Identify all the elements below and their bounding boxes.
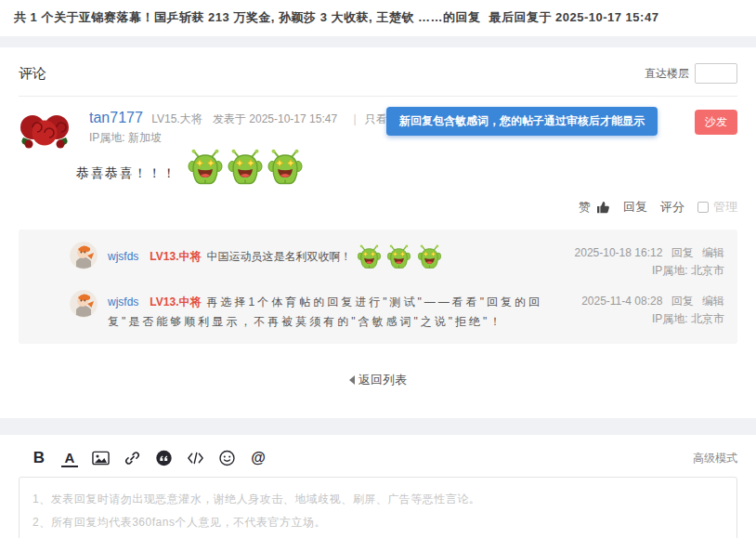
- like-link[interactable]: 赞: [579, 199, 591, 216]
- reply-body: wjsfdsLV13.中将中国运动员这是名利双收啊！: [108, 242, 554, 280]
- link-icon: [124, 450, 141, 466]
- reply-meta: 2025-10-18 16:12 回复 编辑 IP属地: 北京市: [565, 242, 724, 280]
- editor-notice-line: 1、发表回复时请勿出现恶意灌水，谢绝人身攻击、地域歧视、刷屏、广告等恶性言论。: [33, 488, 723, 511]
- quote-button[interactable]: [155, 449, 173, 467]
- reply-user-level: LV13.中将: [150, 250, 201, 263]
- left-triangle-icon: [349, 375, 355, 385]
- cartoon-avatar-image: [70, 290, 98, 318]
- bold-button[interactable]: B: [31, 449, 47, 467]
- last-reply-time: 最后回复于 2025-10-17 15:47: [489, 10, 658, 24]
- post-actions: 赞 回复 评分 管理: [579, 199, 737, 216]
- username-link[interactable]: tan7177: [89, 110, 143, 125]
- editor-notice-line: 2、所有回复均代表360fans个人意见，不代表官方立场。: [33, 511, 723, 534]
- replies-panel: wjsfdsLV13.中将中国运动员这是名利双收啊！ 2025-10-18 16…: [19, 230, 737, 344]
- celebrate-emoji-icon: [187, 149, 224, 186]
- reply-meta: 2025-11-4 08:28 回复 编辑 IP属地: 北京市: [565, 290, 724, 332]
- reply-avatar[interactable]: [70, 290, 98, 318]
- sensitive-word-notice: 新回复包含敏感词，您的帖子通过审核后才能显示: [386, 107, 658, 136]
- post-time: 发表于 2025-10-17 15:47: [213, 112, 337, 125]
- comment-text: 恭喜恭喜！！！: [76, 165, 177, 186]
- reply-avatar[interactable]: [70, 242, 98, 269]
- reply-edit-link[interactable]: 编辑: [702, 246, 724, 259]
- post-content: 恭喜恭喜！！！: [76, 149, 306, 186]
- post-ip-location: IP属地: 新加坡: [89, 130, 162, 146]
- back-to-list-link[interactable]: 返回列表: [349, 372, 407, 388]
- reply-text: 中国运动员这是名利双收啊！: [206, 250, 351, 263]
- comments-header: 评论 直达楼层: [19, 47, 737, 97]
- manage-checkbox[interactable]: [697, 202, 709, 213]
- reply-ip-location: IP属地: 北京市: [565, 262, 724, 280]
- reply-time: 2025-11-4 08:28: [581, 295, 662, 308]
- thread-summary-bar: 共 1 个关于亚锦赛落幕！国乒斩获 213 万奖金, 孙颖莎 3 大收获, 王楚…: [0, 0, 756, 36]
- code-icon: [187, 450, 204, 466]
- jump-to-floor-label: 直达楼层: [645, 66, 689, 82]
- font-color-button[interactable]: A: [61, 449, 78, 467]
- main-comment: tan7177 LV15.大将 发表于 2025-10-17 15:47 | 只…: [19, 104, 737, 220]
- user-avatar[interactable]: [19, 110, 71, 154]
- emoticon-button[interactable]: [218, 449, 236, 467]
- mention-button[interactable]: @: [250, 449, 267, 467]
- back-row: 返回列表: [19, 344, 737, 418]
- reply-link[interactable]: 回复: [623, 199, 647, 216]
- reply-reply-link[interactable]: 回复: [671, 246, 694, 259]
- user-level: LV15.大将: [151, 112, 202, 125]
- image-icon: [92, 450, 110, 466]
- reply-row: wjsfdsLV13.中将再选择1个体育帖的回复进行"测试"——看看"回复的回复…: [70, 290, 724, 332]
- rate-link[interactable]: 评分: [660, 199, 684, 216]
- celebrate-emoji-icon: [267, 149, 304, 186]
- jump-to-floor-input[interactable]: [695, 63, 737, 84]
- separator: |: [353, 112, 356, 125]
- reply-ip-location: IP属地: 北京市: [565, 310, 724, 328]
- reply-user-level: LV13.中将: [150, 295, 201, 308]
- reply-row: wjsfdsLV13.中将中国运动员这是名利双收啊！ 2025-10-18 16…: [70, 242, 724, 280]
- reply-username-link[interactable]: wjsfds: [108, 295, 138, 308]
- insert-image-button[interactable]: [92, 449, 110, 467]
- celebrate-emoji-icon: [417, 244, 442, 269]
- thumbs-up-icon[interactable]: [595, 200, 610, 215]
- editor-toolbar: B A @ 高级模式: [19, 446, 737, 469]
- smiley-icon: [218, 450, 236, 466]
- comments-card: 评论 直达楼层 tan7177 LV15.大将 发表于 2025-10-17 1…: [0, 47, 756, 418]
- reply-body: wjsfdsLV13.中将再选择1个体育帖的回复进行"测试"——看看"回复的回复…: [108, 290, 554, 332]
- celebrate-emoji-icon: [227, 149, 264, 186]
- back-to-list-label: 返回列表: [358, 372, 407, 388]
- reply-editor-card: B A @ 高级模式 1、发表回复时请勿出现恶意灌水，谢绝人身攻击、地域歧视、刷…: [0, 435, 756, 538]
- celebrate-emoji-icon: [357, 244, 382, 269]
- reply-username-link[interactable]: wjsfds: [108, 250, 138, 263]
- roses-avatar-image: [19, 110, 71, 154]
- celebrate-emoji-icon: [386, 244, 411, 269]
- insert-link-button[interactable]: [124, 449, 141, 467]
- cartoon-avatar-image: [70, 242, 98, 269]
- reply-time: 2025-10-18 16:12: [575, 246, 663, 259]
- advanced-mode-link[interactable]: 高级模式: [693, 451, 737, 466]
- reply-edit-link[interactable]: 编辑: [702, 295, 724, 308]
- thread-summary-text: 共 1 个关于亚锦赛落幕！国乒斩获 213 万奖金, 孙颖莎 3 大收获, 王楚…: [14, 10, 480, 24]
- code-button[interactable]: [187, 449, 204, 467]
- reply-reply-link[interactable]: 回复: [671, 295, 694, 308]
- comments-title: 评论: [19, 65, 46, 83]
- manage-label: 管理: [713, 199, 737, 216]
- quote-icon: [155, 450, 173, 466]
- floor-badge: 沙发: [695, 110, 737, 135]
- reply-textarea[interactable]: 1、发表回复时请勿出现恶意灌水，谢绝人身攻击、地域歧视、刷屏、广告等恶性言论。 …: [19, 477, 737, 538]
- jump-to-floor: 直达楼层: [645, 63, 737, 84]
